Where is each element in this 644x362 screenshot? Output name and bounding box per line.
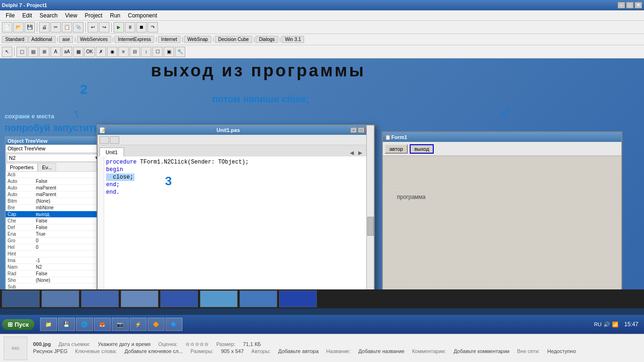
tab-properties[interactable]: Properties	[6, 163, 38, 171]
toolbar-separator-3	[111, 23, 112, 32]
thumb-8[interactable]	[279, 290, 317, 307]
code-minimize-btn[interactable]: −	[350, 127, 357, 133]
form1-exit-button[interactable]: выход	[410, 144, 434, 154]
comp-btn-15[interactable]: 🔧	[175, 47, 185, 57]
comments-label: Комментарии:	[412, 348, 446, 354]
comp-btn-5[interactable]: aA	[62, 47, 72, 57]
comp-btn-6[interactable]: ▦	[73, 47, 83, 57]
toolbar-btn-3[interactable]: ✂	[50, 22, 61, 33]
menu-component[interactable]: Component	[124, 11, 161, 20]
open-button[interactable]: 📂	[13, 22, 24, 33]
new-button[interactable]: 📄	[2, 22, 12, 33]
comp-btn-8[interactable]: ✗	[96, 47, 106, 57]
taskbar-item-3[interactable]: 🌐	[76, 318, 93, 331]
comp-btn-2[interactable]: ▤	[28, 47, 38, 57]
toolbar-btn-4[interactable]: 📋	[62, 22, 72, 33]
form1-design-area[interactable]: программа ≡	[383, 156, 621, 289]
menu-project[interactable]: Project	[81, 11, 106, 20]
thumb-3[interactable]	[81, 290, 119, 307]
comp-btn-13[interactable]: ☐	[152, 47, 163, 57]
file-type: Рисунок JPEG	[33, 348, 67, 354]
toolbar-btn-5[interactable]: 📎	[73, 22, 83, 33]
thumb-7[interactable]	[239, 290, 277, 307]
taskbar-item-5[interactable]: 📷	[112, 318, 129, 331]
comp-tab-internetexpress[interactable]: InternetExpress	[115, 36, 154, 43]
redo-button[interactable]: ↪	[99, 22, 109, 33]
comp-tab-additional[interactable]: Additional	[28, 36, 56, 43]
thumb-5[interactable]	[160, 290, 198, 307]
select-tool[interactable]: ↖	[2, 47, 12, 57]
comp-tab-decisioncube[interactable]: Decision Cube	[215, 36, 252, 43]
start-button[interactable]: ⊞ Пуск	[2, 319, 34, 330]
main-toolbar: 📄 📂 💾 🖨 ✂ 📋 📎 ↩ ↪ ▶ ⏸ ⏹ ↷	[0, 21, 644, 34]
taskbar-item-7[interactable]: 🔶	[148, 318, 165, 331]
comp-btn-10[interactable]: ≡	[118, 47, 129, 57]
comp-btn-4[interactable]: A	[50, 47, 61, 57]
thumb-1[interactable]	[2, 290, 40, 307]
prop-ena: EnaTrue	[6, 231, 103, 238]
obj-dropdown[interactable]: N2 ▼	[7, 154, 102, 162]
toolbar-separator-1	[37, 23, 37, 32]
menu-search[interactable]: Search	[36, 11, 61, 20]
menu-run[interactable]: Run	[106, 11, 124, 20]
code-maximize-btn[interactable]: □	[358, 127, 364, 133]
menu-edit[interactable]: Edit	[18, 11, 36, 20]
comp-btn-9[interactable]: ◉	[107, 47, 117, 57]
code-tab-unit1[interactable]: Unit1	[99, 148, 124, 156]
comp-btn-7[interactable]: OK	[84, 47, 95, 57]
code-content[interactable]: procedure TForm1.N2Click(Sender: TObject…	[104, 156, 374, 289]
menu-view[interactable]: View	[61, 11, 81, 20]
comp-tab-win31[interactable]: Win 3.1	[281, 36, 304, 43]
save-button[interactable]: 💾	[25, 22, 35, 33]
form1-label: программа	[397, 194, 426, 200]
taskbar-item-2[interactable]: 💾	[58, 318, 75, 331]
comp-btn-3[interactable]: ⊞	[39, 47, 50, 57]
toolbar-btn-2[interactable]: 🖨	[39, 22, 50, 33]
comp-tab-standard[interactable]: Standard	[2, 36, 28, 43]
comp-btn-12[interactable]: ↕	[141, 47, 151, 57]
menu-file[interactable]: File	[2, 11, 18, 20]
minimize-button[interactable]: −	[618, 2, 625, 8]
code-gutter	[98, 156, 104, 289]
maximize-button[interactable]: □	[626, 2, 634, 8]
network-icon[interactable]: 📶	[612, 321, 619, 328]
taskbar-item-4[interactable]: 🦊	[94, 318, 111, 331]
prop-cap[interactable]: Capвыход	[6, 211, 103, 218]
file-thumbnail: IMG	[4, 337, 27, 360]
comp-tab-webservices[interactable]: WebServices	[77, 36, 111, 43]
speaker-icon[interactable]: 🔊	[603, 321, 610, 328]
prop-bre: BrembNone	[6, 205, 103, 211]
prop-hint: Hint	[6, 251, 103, 257]
taskbar-item-1[interactable]: 📁	[40, 318, 57, 331]
thumb-2[interactable]	[41, 290, 79, 307]
code-scrollbar[interactable]	[366, 125, 374, 289]
annotation-num3: 3	[165, 174, 172, 189]
code-toolbar-btn-2[interactable]	[110, 136, 119, 144]
nav-forward-icon[interactable]: ►	[357, 149, 363, 156]
comp-tab-dialogs[interactable]: Dialogs	[256, 36, 278, 43]
nav-back-icon[interactable]: ◄	[348, 149, 355, 156]
comp-tab-websnap[interactable]: WebSnap	[184, 36, 211, 43]
thumb-4[interactable]	[121, 290, 158, 307]
form1-autor-button[interactable]: автор	[385, 144, 408, 154]
comp-btn-11[interactable]: ⊟	[130, 47, 140, 57]
code-window-icon: 📝	[99, 127, 106, 133]
tab-events[interactable]: Ev...	[38, 163, 56, 171]
comp-btn-14[interactable]: ▣	[164, 47, 174, 57]
undo-button[interactable]: ↩	[88, 22, 98, 33]
comp-tab-internet[interactable]: Internet	[158, 36, 181, 43]
component-toolbar: ↖ ▢ ▤ ⊞ A aA ▦ OK ✗ ◉ ≡ ⊟ ↕ ☐ ▣ 🔧	[0, 45, 644, 58]
scrollbar-thumb[interactable]	[367, 217, 374, 236]
code-toolbar-btn-1[interactable]	[99, 136, 109, 144]
run-button[interactable]: ▶	[114, 22, 124, 33]
taskbar-item-6[interactable]: ⚡	[130, 318, 147, 331]
network-label: Вне сети:	[517, 348, 540, 354]
step-button[interactable]: ↷	[148, 22, 158, 33]
comp-btn-1[interactable]: ▢	[17, 47, 27, 57]
close-button[interactable]: ✕	[635, 2, 642, 8]
thumb-6[interactable]	[200, 290, 238, 307]
pause-button[interactable]: ⏸	[125, 22, 135, 33]
comp-tab-ase[interactable]: ase	[59, 36, 73, 43]
taskbar-item-8[interactable]: 🔷	[165, 318, 182, 331]
stop-button[interactable]: ⏹	[136, 22, 147, 33]
